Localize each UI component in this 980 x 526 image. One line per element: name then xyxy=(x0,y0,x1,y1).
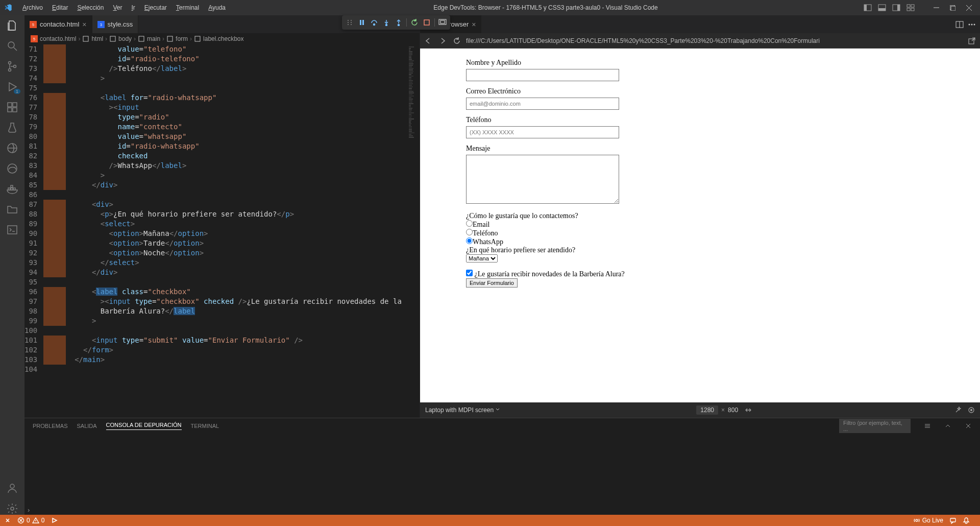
breadcrumb-item[interactable]: label.checkbox xyxy=(194,35,243,42)
feedback-icon[interactable] xyxy=(949,517,957,524)
panel-tab-terminal[interactable]: TERMINAL xyxy=(191,423,219,429)
debug-icon[interactable]: 1 xyxy=(6,81,18,93)
code-editor[interactable]: 7172737475767778798081828384858687888990… xyxy=(24,44,420,418)
terminal-icon[interactable] xyxy=(6,224,18,236)
open-external-icon[interactable] xyxy=(967,36,977,46)
filter-input[interactable]: Filtro (por ejemplo, text, ... xyxy=(839,419,911,433)
menu-ejecutar[interactable]: Ejecutar xyxy=(140,2,171,13)
split-editor-icon[interactable] xyxy=(955,20,964,29)
step-into-icon[interactable] xyxy=(381,17,392,28)
layout-panel-bottom-icon[interactable] xyxy=(876,2,888,13)
settings-gear-icon[interactable] xyxy=(6,503,18,515)
menu-ayuda[interactable]: Ayuda xyxy=(204,2,230,13)
search-icon[interactable] xyxy=(6,40,18,52)
collapse-icon[interactable] xyxy=(944,422,951,429)
remote-indicator[interactable] xyxy=(4,517,11,524)
svg-rect-1 xyxy=(864,5,867,11)
name-input[interactable] xyxy=(466,69,619,81)
docker-icon[interactable] xyxy=(6,183,18,195)
close-button[interactable] xyxy=(962,2,976,13)
panel-tab-problemas[interactable]: PROBLEMAS xyxy=(33,423,67,429)
debug-toolbar[interactable] xyxy=(342,15,450,30)
window-title: Edge DevTools: Browser - 1768-HTML5 y CS… xyxy=(230,4,862,11)
breadcrumb-item[interactable]: html xyxy=(82,35,103,42)
extensions-icon[interactable] xyxy=(6,101,18,113)
problems-status[interactable]: 0 0 xyxy=(17,517,44,524)
restart-icon[interactable] xyxy=(409,17,420,28)
svg-rect-57 xyxy=(139,36,144,41)
go-live-status[interactable]: Go Live xyxy=(913,517,943,524)
panel-tab-salida[interactable]: SALIDA xyxy=(77,423,96,429)
screencast-icon[interactable] xyxy=(437,17,448,28)
status-bar: 0 0 Go Live xyxy=(0,515,980,526)
svg-point-19 xyxy=(348,24,349,25)
newsletter-checkbox[interactable] xyxy=(466,270,473,276)
center-icon[interactable] xyxy=(968,407,975,414)
menu-terminal[interactable]: Terminal xyxy=(172,2,203,13)
url-display[interactable]: file:///C:/Users/LATITUDE/Desktop/ONE-OR… xyxy=(466,37,963,44)
pause-icon[interactable] xyxy=(356,17,368,28)
breadcrumb-item[interactable]: main xyxy=(138,35,160,42)
breadcrumb-item[interactable]: 5contacto.html xyxy=(31,35,76,42)
menu-ir[interactable]: Ir xyxy=(127,2,139,13)
folder-icon[interactable] xyxy=(6,203,18,216)
message-textarea[interactable] xyxy=(466,155,619,204)
viewport-height[interactable]: 800 xyxy=(728,407,738,414)
debug-status[interactable] xyxy=(51,517,58,524)
panel-tab-consola-de-depuración[interactable]: CONSOLA DE DEPURACIÓN xyxy=(106,422,182,430)
minimap[interactable] xyxy=(406,44,420,418)
breadcrumb-item[interactable]: body xyxy=(109,35,132,42)
layout-panel-left-icon[interactable] xyxy=(862,2,874,13)
back-icon[interactable] xyxy=(423,36,433,46)
debug-console-body[interactable]: › xyxy=(24,434,980,515)
live-share-icon[interactable] xyxy=(6,142,18,154)
svg-rect-38 xyxy=(8,108,12,112)
drag-handle-icon[interactable] xyxy=(344,17,355,28)
breadcrumb-icon xyxy=(166,35,174,42)
list-icon[interactable] xyxy=(924,422,931,429)
source-control-icon[interactable] xyxy=(6,60,18,73)
step-over-icon[interactable] xyxy=(369,17,380,28)
rotate-icon[interactable] xyxy=(744,407,752,414)
submit-button[interactable]: Enviar Formulario xyxy=(466,278,518,288)
more-actions-icon[interactable] xyxy=(968,20,976,29)
breadcrumb-item[interactable]: form xyxy=(166,35,188,42)
radio-whatsapp[interactable] xyxy=(466,237,473,244)
tab-contacto-html[interactable]: 5contacto.html× xyxy=(24,15,92,33)
device-selector[interactable]: Laptop with MDPI screen xyxy=(425,407,500,414)
maximize-button[interactable] xyxy=(945,2,960,13)
reload-icon[interactable] xyxy=(452,36,462,46)
phone-input[interactable] xyxy=(466,126,619,138)
radio-email[interactable] xyxy=(466,220,473,227)
schedule-select[interactable]: Mañana xyxy=(466,254,498,262)
breadcrumb-icon xyxy=(194,35,201,42)
account-icon[interactable] xyxy=(6,482,18,494)
menu-ver[interactable]: Ver xyxy=(109,2,126,13)
stop-icon[interactable] xyxy=(421,17,432,28)
magic-wand-icon[interactable] xyxy=(954,407,962,414)
menu-archivo[interactable]: Archivo xyxy=(18,2,47,13)
close-icon[interactable] xyxy=(965,422,972,429)
svg-point-20 xyxy=(351,24,352,25)
viewport-width[interactable]: 1280 xyxy=(696,405,718,415)
close-icon[interactable]: × xyxy=(472,20,476,29)
testing-icon[interactable] xyxy=(6,122,18,134)
forward-icon[interactable] xyxy=(437,36,448,46)
minimize-button[interactable] xyxy=(929,2,943,13)
dimension-separator: × xyxy=(721,407,725,414)
browser-preview[interactable]: Nombre y Apellido Correo Electrónico Tel… xyxy=(420,49,980,402)
menu-selección[interactable]: Selección xyxy=(73,2,108,13)
email-input[interactable] xyxy=(466,98,619,110)
menu-editar[interactable]: Editar xyxy=(48,2,72,13)
tab-style-css[interactable]: 3style.css xyxy=(92,15,139,33)
breadcrumb[interactable]: 5contacto.html›html›body›main›form›label… xyxy=(24,33,420,44)
explorer-icon[interactable] xyxy=(6,19,18,32)
layout-panel-right-icon[interactable] xyxy=(890,2,902,13)
layout-customize-icon[interactable] xyxy=(904,2,917,13)
step-out-icon[interactable] xyxy=(393,17,404,28)
radio-phone[interactable] xyxy=(466,229,473,235)
svg-point-35 xyxy=(14,65,16,68)
edge-tools-icon[interactable] xyxy=(6,162,18,175)
notifications-icon[interactable] xyxy=(963,517,970,524)
close-icon[interactable]: × xyxy=(82,20,86,29)
